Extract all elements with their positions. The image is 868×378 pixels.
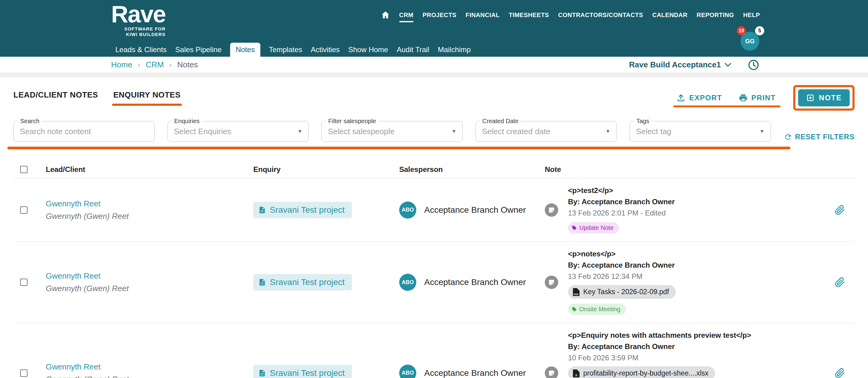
lead-client-alt-name: Gwennyth (Gwen) Reet (46, 375, 241, 378)
paperclip-icon[interactable] (835, 277, 845, 287)
attachment-chip[interactable]: PDF Key Tasks - 2026-02-09.pdf (568, 285, 676, 299)
tab-enquiry-notes[interactable]: ENQUIRY NOTES (113, 90, 180, 106)
export-print-group: EXPORT PRINT (675, 93, 777, 102)
tabs-row: LEAD/CLIENT NOTES ENQUIRY NOTES EXPORT P… (13, 85, 855, 111)
lead-client-link[interactable]: Gwennyth Reet (46, 199, 241, 208)
note-date: 13 Feb 2026 2:01 PM - Edited (568, 209, 675, 217)
rave-logo: Rave SOFTWARE FOR KIWI BUILDERS (111, 2, 165, 37)
column-header-salesperson: Salesperson (388, 165, 533, 174)
lead-client-link[interactable]: Gwennyth Reet (46, 271, 241, 281)
nav-item-financial[interactable]: FINANCIAL (466, 11, 500, 19)
select-all-checkbox[interactable] (20, 166, 28, 173)
note-button-label: NOTE (819, 94, 842, 102)
nav-item-timesheets[interactable]: TIMESHEETS (509, 11, 549, 19)
attachment-chip[interactable]: x profitability-report-by-budget-shee...… (568, 367, 715, 378)
tag-icon (572, 307, 577, 312)
reset-filters-button[interactable]: RESET FILTERS (784, 133, 855, 141)
print-label: PRINT (751, 94, 776, 102)
note-tabs: LEAD/CLIENT NOTES ENQUIRY NOTES (13, 90, 181, 106)
user-avatar-group: GG 19 5 (740, 31, 761, 50)
reset-filters-label: RESET FILTERS (795, 133, 855, 141)
subnav-templates[interactable]: Templates (269, 43, 302, 57)
svg-text:PDF: PDF (574, 293, 579, 296)
active-tab-underline (112, 104, 182, 106)
dropdown-arrow-icon[interactable]: ▼ (606, 129, 611, 134)
dropdown-arrow-icon[interactable]: ▼ (760, 129, 765, 134)
note-author: By: Acceptance Branch Owner (568, 342, 832, 351)
subnav-sales-pipeline[interactable]: Sales Pipeline (175, 43, 222, 57)
export-button[interactable]: EXPORT (676, 93, 722, 102)
print-button[interactable]: PRINT (739, 93, 776, 102)
column-header-enquiry: Enquiry (241, 165, 388, 174)
enquiry-link[interactable]: Sravani Test project (253, 202, 352, 218)
subnav-audit-trail[interactable]: Audit Trail (397, 43, 429, 57)
export-label: EXPORT (689, 94, 722, 102)
notes-page: LEAD/CLIENT NOTES ENQUIRY NOTES EXPORT P… (0, 85, 868, 378)
document-icon (258, 278, 266, 286)
nav-item-help[interactable]: HELP (743, 11, 760, 19)
enquiry-link[interactable]: Sravani Test project (253, 274, 352, 290)
clock-icon[interactable] (748, 59, 760, 71)
dropdown-arrow-icon[interactable]: ▼ (452, 129, 456, 134)
note-author: By: Acceptance Branch Owner (568, 261, 676, 270)
nav-item-reporting[interactable]: REPORTING (697, 11, 734, 19)
subnav-leads-clients[interactable]: Leads & Clients (115, 43, 167, 57)
tab-lead-client-notes[interactable]: LEAD/CLIENT NOTES (13, 90, 98, 106)
salesperson-avatar: ABO (399, 365, 416, 378)
enquiry-name: Sravani Test project (270, 368, 345, 378)
nav-item-contractors-contacts[interactable]: CONTRACTORS/CONTACTS (558, 11, 643, 19)
top-header: Rave SOFTWARE FOR KIWI BUILDERS CRM PROJ… (0, 0, 868, 57)
org-selector[interactable]: Rave Build Acceptance1 (629, 60, 731, 69)
tags-select[interactable]: Tags Select tag ▼ (630, 121, 771, 142)
count-badge[interactable]: 5 (755, 26, 764, 35)
enquiry-name: Sravani Test project (270, 277, 345, 287)
dropdown-arrow-icon[interactable]: ▼ (298, 129, 303, 134)
chevron-right-icon: › (169, 61, 172, 69)
row-checkbox[interactable] (20, 279, 28, 286)
subnav-notes[interactable]: Notes (230, 43, 260, 57)
salespeople-label: Filter salespeople (326, 118, 378, 125)
created-date-select[interactable]: Created Date Select created date ▼ (475, 121, 617, 142)
tag-label: Onsite Meeting (579, 306, 620, 313)
note-icon (545, 276, 558, 289)
salespeople-select[interactable]: Filter salespeople Select salespeople ▼ (321, 121, 463, 142)
print-icon (739, 93, 748, 102)
nav-item-calendar[interactable]: CALENDAR (652, 11, 687, 19)
salesperson-avatar: ABO (399, 274, 416, 291)
home-icon[interactable] (381, 10, 390, 20)
search-input[interactable] (20, 127, 148, 136)
logo-text: Rave (111, 2, 165, 26)
notification-badge[interactable]: 19 (737, 26, 746, 35)
created-date-label: Created Date (480, 118, 521, 125)
nav-item-crm[interactable]: CRM (399, 11, 413, 19)
row-checkbox[interactable] (20, 206, 28, 214)
subnav-mailchimp[interactable]: Mailchimp (438, 43, 471, 57)
chevron-right-icon: › (138, 61, 140, 69)
nav-item-projects[interactable]: PROJECTS (423, 11, 457, 19)
lead-client-link[interactable]: Gwennyth Reet (46, 362, 241, 372)
search-field[interactable]: Search (13, 121, 155, 142)
main-nav: CRM PROJECTS FINANCIAL TIMESHEETS CONTRA… (381, 10, 760, 20)
note-icon (545, 203, 558, 217)
subnav-show-home[interactable]: Show Home (348, 43, 388, 57)
annotation-underline-filters (7, 147, 790, 149)
breadcrumb-home[interactable]: Home (111, 60, 132, 69)
paperclip-icon[interactable] (835, 368, 845, 378)
enquiries-placeholder: Select Enquiries (174, 127, 294, 136)
breadcrumb-crm[interactable]: CRM (146, 60, 163, 69)
org-selector-value: Rave Build Acceptance1 (629, 60, 721, 69)
note-tag-chip: Update Note (568, 222, 619, 234)
add-note-button[interactable]: NOTE (798, 89, 850, 106)
attachment-name: profitability-report-by-budget-shee....x… (583, 369, 708, 377)
note-icon (545, 367, 558, 378)
tags-label: Tags (634, 118, 651, 125)
annotation-underline-export-print (673, 105, 780, 107)
row-checkbox[interactable] (20, 370, 28, 377)
paperclip-icon[interactable] (835, 205, 845, 215)
enquiry-link[interactable]: Sravani Test project (253, 365, 352, 378)
subnav-activities[interactable]: Activities (311, 43, 340, 57)
salesperson-name: Acceptance Branch Owner (424, 205, 526, 215)
document-icon (258, 369, 266, 377)
enquiries-select[interactable]: Enquiries Select Enquiries ▼ (167, 121, 309, 142)
divider (0, 73, 868, 77)
